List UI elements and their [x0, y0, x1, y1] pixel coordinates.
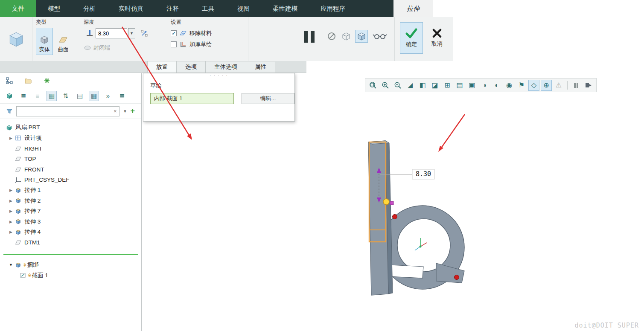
menu-tab-annotate[interactable]: 注释 — [155, 0, 190, 17]
menu-tab-view[interactable]: 视图 — [226, 0, 261, 17]
menu-tab-analysis[interactable]: 分析 — [72, 0, 107, 17]
grid-columns-icon[interactable]: ▦ — [47, 91, 57, 101]
csys-icon — [14, 177, 22, 183]
tree-item-label: FRONT — [24, 166, 44, 173]
extrude-ribbon: 类型 实体 曲面 深度 — [0, 17, 453, 61]
show-tree-icon[interactable] — [4, 91, 15, 101]
shaded-preview-icon — [356, 31, 367, 41]
expander-icon[interactable]: ▶ — [8, 136, 14, 140]
tab-placement[interactable]: 放置 — [147, 61, 177, 73]
remove-material-checkbox[interactable]: ✓ — [171, 30, 177, 36]
menu-tab-live-simulation[interactable]: 实时仿真 — [107, 0, 155, 17]
hole-marker[interactable] — [393, 215, 397, 219]
expander-icon[interactable]: ▶ — [8, 230, 14, 234]
tree-report-icon[interactable]: ≣ — [117, 91, 127, 101]
ok-button[interactable]: 确定 — [400, 22, 423, 54]
list-view-icon[interactable]: ≣ — [18, 91, 29, 101]
depth-dropdown-caret[interactable]: ▼ — [128, 28, 135, 38]
model-tree-view-icon[interactable] — [4, 75, 15, 86]
datum-plane-icon — [14, 166, 22, 173]
expander-icon[interactable]: ▶ — [8, 188, 14, 192]
tab-body-options[interactable]: 主体选项 — [206, 61, 246, 73]
tree-root-item[interactable]: 风扇.PRT — [0, 122, 141, 133]
tree-item-top-plane[interactable]: TOP — [0, 154, 141, 165]
thicken-sketch-checkbox[interactable] — [171, 41, 177, 47]
tree-search-input[interactable] — [18, 108, 113, 114]
extrude-feature-icon — [6, 29, 26, 49]
ribbon-group-spacer — [248, 17, 294, 61]
tree-item-extrude-7[interactable]: ▶ 拉伸 7 — [0, 206, 141, 217]
pause-button[interactable] — [298, 25, 320, 49]
depth-dimension-value[interactable]: 8.30 — [416, 170, 431, 178]
tree-item-label: 拉伸 3 — [24, 218, 41, 226]
ribbon-group-confirm: 确定 取消 — [395, 17, 453, 61]
folder-browser-icon[interactable] — [23, 75, 33, 86]
tree-item-pending-feature[interactable]: ▼ ※ 捆绑 — [0, 260, 141, 270]
surface-type-label: 曲面 — [58, 46, 69, 53]
sort-order-icon[interactable]: ⇅ — [61, 91, 71, 101]
expander-icon[interactable]: ▶ — [8, 220, 14, 224]
sketch-icon — [19, 272, 27, 279]
tree-item-dtm1[interactable]: DTM1 — [0, 238, 141, 248]
flip-direction-button[interactable] — [139, 28, 150, 39]
thicken-sketch-option[interactable]: 加厚草绘 — [171, 39, 245, 50]
tree-item-design-items[interactable]: ▶ 设计项 — [0, 133, 141, 144]
detail-list-icon[interactable]: ≡ — [32, 91, 43, 101]
clear-search-icon[interactable]: × — [113, 108, 118, 114]
menu-tab-applications[interactable]: 应用程序 — [309, 0, 357, 17]
tree-item-label: TOP — [24, 156, 36, 162]
remove-material-option[interactable]: ✓ 移除材料 — [171, 28, 245, 39]
hole-marker[interactable] — [455, 275, 459, 280]
menu-tab-tools[interactable]: 工具 — [190, 0, 226, 17]
ribbon-group-type: 类型 实体 曲面 — [32, 17, 80, 61]
ok-label: 确定 — [406, 41, 417, 48]
expand-toolbar-chevron-icon[interactable]: » — [103, 91, 113, 101]
thicken-sketch-icon — [179, 41, 187, 48]
tree-filter-row: × ▼ + — [0, 104, 141, 119]
tree-item-extrude-2[interactable]: ▶ 拉伸 2 — [0, 196, 141, 206]
tab-options[interactable]: 选项 — [177, 61, 206, 73]
part-geometry[interactable] — [368, 141, 464, 295]
tree-item-right-plane[interactable]: RIGHT — [0, 143, 141, 154]
edit-sketch-button[interactable]: 编辑... — [242, 93, 294, 104]
menu-tab-flexible-modeling[interactable]: 柔性建模 — [261, 0, 309, 17]
tree-item-extrude-3[interactable]: ▶ 拉伸 3 — [0, 217, 141, 227]
expander-icon[interactable]: ▶ — [8, 199, 14, 203]
surface-icon — [58, 35, 68, 45]
flip-direction-icon — [140, 29, 149, 38]
tree-item-pending-section[interactable]: ※ 截面 1 — [0, 270, 141, 281]
cancel-button[interactable]: 取消 — [425, 22, 449, 54]
surface-type-button[interactable]: 曲面 — [55, 28, 72, 55]
tree-item-extrude-1[interactable]: ▶ 拉伸 1 — [0, 185, 141, 196]
attached-preview-button[interactable] — [355, 30, 368, 43]
tree-item-extrude-4[interactable]: ▶ 拉伸 4 — [0, 227, 141, 238]
add-filter-button[interactable]: + — [128, 107, 137, 116]
tree-columns-icon[interactable]: ▤ — [75, 91, 85, 101]
favorites-icon[interactable] — [42, 75, 52, 86]
insert-here-locator[interactable] — [3, 254, 138, 255]
unattached-preview-button[interactable] — [341, 31, 352, 42]
internal-section-field[interactable]: 内部 截面 1 — [150, 93, 234, 104]
solid-type-button[interactable]: 实体 — [36, 28, 53, 55]
verify-button[interactable] — [371, 31, 388, 42]
menu-tab-model[interactable]: 模型 — [36, 0, 72, 17]
tree-filters-icon[interactable]: ▦ — [89, 91, 99, 101]
tree-item-csys[interactable]: PRT_CSYS_DEF — [0, 175, 141, 186]
panel-grip[interactable]: · · · · · — [143, 73, 294, 78]
datum-plane-icon — [14, 156, 22, 162]
wireframe-preview-icon — [341, 31, 351, 41]
depth-type-button[interactable] — [84, 28, 95, 39]
no-preview-button[interactable] — [326, 31, 337, 42]
tab-properties[interactable]: 属性 — [246, 61, 275, 73]
thicken-sketch-label: 加厚草绘 — [189, 41, 212, 48]
expander-icon[interactable]: ▶ — [8, 209, 14, 213]
depth-drag-handle[interactable] — [383, 199, 393, 205]
search-options-caret[interactable]: ▼ — [121, 106, 128, 116]
menu-tab-extrude-active[interactable]: 拉伸 — [393, 0, 433, 17]
expander-icon[interactable]: ▼ — [8, 263, 14, 267]
tree-item-front-plane[interactable]: FRONT — [0, 164, 141, 175]
model-tree: 风扇.PRT ▶ 设计项 RIGHT TOP — [0, 119, 141, 281]
file-menu-button[interactable]: 文件 — [0, 0, 36, 17]
depth-value-input[interactable] — [96, 28, 127, 38]
extrude-icon — [14, 187, 22, 194]
